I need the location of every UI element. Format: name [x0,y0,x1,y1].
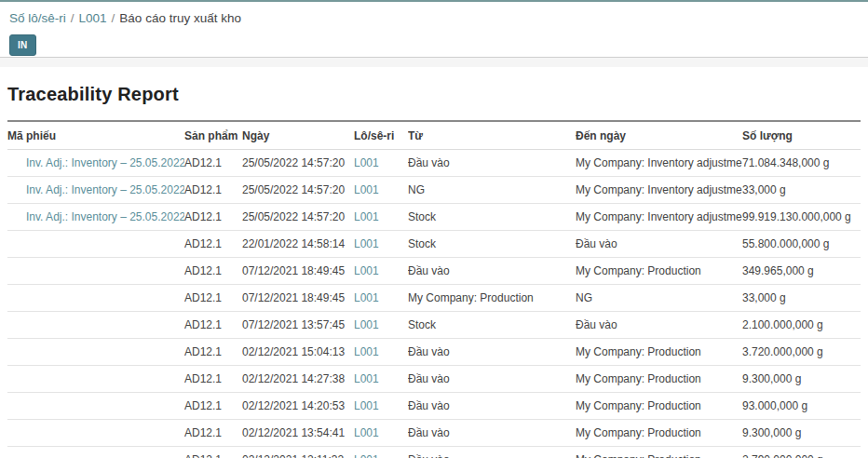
column-header-to: Đến ngày [576,121,742,150]
cell-product: AD12.1 [184,285,242,312]
lot-link[interactable]: L001 [354,183,379,196]
table-row: AD12.102/12/2021 15:04:13L001Đầu vàoMy C… [7,339,861,366]
panel-content-divider [0,58,868,67]
cell-date: 25/05/2022 14:57:20 [242,150,354,177]
cell-to: My Company: Production [576,366,742,393]
cell-lot: L001 [354,339,408,366]
cell-reference [7,258,184,285]
cell-quantity: 2.100.000,000 g [742,312,861,339]
cell-date: 25/05/2022 14:57:20 [242,204,354,231]
table-row: AD12.122/01/2022 14:58:14L001StockĐầu và… [7,231,861,258]
lot-link[interactable]: L001 [354,264,379,277]
column-header-product: Sản phẩm [184,121,242,150]
cell-quantity: 33,000 g [742,285,861,312]
cell-to: My Company: Inventory adjustment [576,204,742,231]
table-row: AD12.102/12/2021 13:54:41L001Đầu vàoMy C… [7,420,861,447]
cell-reference [7,420,184,447]
cell-from: Đầu vào [408,366,576,393]
lot-link[interactable]: L001 [354,237,379,250]
cell-quantity: 99.919.130.000,000 g [742,204,861,231]
table-row: Inv. Adj.: Inventory – 25.05.2022AD12.12… [7,204,861,231]
cell-reference: Inv. Adj.: Inventory – 25.05.2022 [7,150,184,177]
cell-quantity: 349.965,000 g [742,258,861,285]
table-row: Inv. Adj.: Inventory – 25.05.2022AD12.12… [7,150,861,177]
cell-product: AD12.1 [184,339,242,366]
cell-date: 07/12/2021 18:49:45 [242,258,354,285]
breadcrumb: Số lô/sê-ri/L001/Báo cáo truy xuất kho [9,9,859,28]
cell-date: 02/12/2021 14:20:53 [242,393,354,420]
cell-date: 02/12/2021 13:54:41 [242,420,354,447]
table-row: AD12.102/12/2021 14:20:53L001Đầu vàoMy C… [7,393,861,420]
cell-quantity: 33,000 g [742,177,861,204]
cell-reference [7,447,184,458]
cell-lot: L001 [354,420,408,447]
lot-link[interactable]: L001 [354,426,379,439]
lot-link[interactable]: L001 [354,156,379,169]
breadcrumb-separator: / [66,11,79,25]
cell-product: AD12.1 [184,420,242,447]
breadcrumb-item-lot-l001[interactable]: L001 [79,11,107,25]
cell-product: AD12.1 [184,177,242,204]
cell-lot: L001 [354,312,408,339]
cell-lot: L001 [354,258,408,285]
cell-quantity: 2.790.000,000 g [742,447,861,458]
cell-to: My Company: Production [576,258,742,285]
cell-date: 02/12/2021 12:11:32 [242,447,354,458]
reference-link[interactable]: Inv. Adj.: Inventory – 25.05.2022 [7,156,184,169]
table-body: Inv. Adj.: Inventory – 25.05.2022AD12.12… [7,150,861,458]
cell-product: AD12.1 [184,258,242,285]
cell-to: My Company: Inventory adjustment [576,177,742,204]
cell-date: 22/01/2022 14:58:14 [242,231,354,258]
cell-lot: L001 [354,150,408,177]
cell-from: Đầu vào [408,339,576,366]
lot-link[interactable]: L001 [354,291,379,304]
cell-from: Đầu vào [408,258,576,285]
cell-from: Stock [408,312,576,339]
column-header-reference: Mã phiếu [7,121,184,150]
cell-to: My Company: Production [576,393,742,420]
cell-date: 25/05/2022 14:57:20 [242,177,354,204]
cell-date: 02/12/2021 15:04:13 [242,339,354,366]
cell-reference [7,393,184,420]
reference-link[interactable]: Inv. Adj.: Inventory – 25.05.2022 [7,183,184,196]
cell-quantity: 55.800.000,000 g [742,231,861,258]
lot-link[interactable]: L001 [354,210,379,223]
cell-lot: L001 [354,177,408,204]
lot-link[interactable]: L001 [354,345,379,358]
cell-quantity: 71.084.348,000 g [742,150,861,177]
cell-date: 02/12/2021 14:27:38 [242,366,354,393]
reference-link[interactable]: Inv. Adj.: Inventory – 25.05.2022 [7,210,184,223]
cell-reference [7,285,184,312]
cell-quantity: 9.300,000 g [742,366,861,393]
cell-date: 07/12/2021 18:49:45 [242,285,354,312]
cell-quantity: 3.720.000,000 g [742,339,861,366]
lot-link[interactable]: L001 [354,372,379,385]
cell-to: Đầu vào [576,231,742,258]
cell-product: AD12.1 [184,231,242,258]
breadcrumb-current-page: Báo cáo truy xuất kho [119,11,241,25]
cell-from: Stock [408,204,576,231]
cell-lot: L001 [354,285,408,312]
cell-to: My Company: Production [576,339,742,366]
control-panel: Số lô/sê-ri/L001/Báo cáo truy xuất kho I… [0,2,868,58]
cell-to: My Company: Inventory adjustment [576,150,742,177]
breadcrumb-separator: / [107,11,120,25]
cell-quantity: 93.000,000 g [742,393,861,420]
cell-product: AD12.1 [184,204,242,231]
lot-link[interactable]: L001 [354,399,379,412]
cell-product: AD12.1 [184,312,242,339]
print-button[interactable]: IN [9,34,36,56]
cell-to: Đầu vào [576,312,742,339]
cell-to: NG [576,285,742,312]
column-header-lot: Lô/sê-ri [354,121,408,150]
traceability-report: Traceability Report Mã phiếu Sản phẩm Ng… [0,67,868,458]
cell-lot: L001 [354,393,408,420]
lot-link[interactable]: L001 [354,318,379,331]
column-header-quantity: Số lượng [742,121,861,150]
cell-lot: L001 [354,231,408,258]
cell-reference [7,231,184,258]
cell-reference [7,312,184,339]
cell-from: Đầu vào [408,393,576,420]
breadcrumb-item-lots[interactable]: Số lô/sê-ri [9,11,66,25]
lot-link[interactable]: L001 [354,453,379,458]
